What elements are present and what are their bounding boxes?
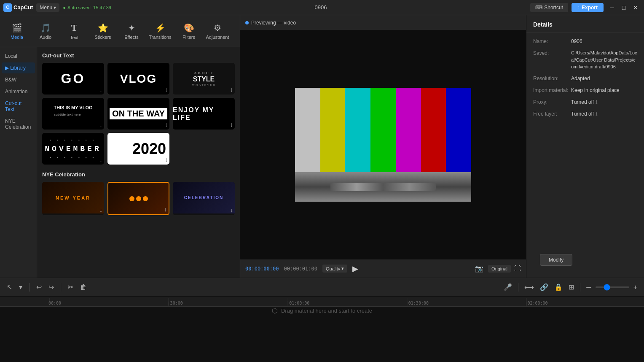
snapshot-button[interactable]: 📷	[474, 263, 485, 274]
download-icon-2020[interactable]: ↓	[165, 156, 168, 163]
info-icon-freelayer[interactable]: ℹ	[596, 111, 598, 117]
download-icon-go[interactable]: ↓	[99, 86, 102, 93]
tool-transitions[interactable]: ⚡ Transitions	[147, 18, 174, 45]
detail-resolution-row: Resolution: Adapted	[533, 75, 637, 82]
tool-adjustment[interactable]: ⚙ Adjustment	[204, 18, 231, 45]
detail-freelayer-value: Turned off	[571, 110, 594, 118]
card-go-preview: GO	[42, 63, 104, 95]
mic-button[interactable]: 🎤	[502, 281, 514, 293]
download-icon-style[interactable]: ↓	[230, 86, 233, 93]
zoom-in-btn[interactable]: +	[632, 282, 639, 293]
tool-media-label: Media	[11, 35, 23, 40]
card-enjoy-preview: ENJOY MY LIFE	[173, 98, 235, 130]
detail-freelayer-info: Turned off ℹ	[571, 110, 598, 118]
timeline: ↖ ▾ ↩ ↪ ✂ 🗑 🎤 ⟷ 🔗 🔒 ⊞ ─ + 00:00 |30:00 |…	[0, 278, 644, 362]
sidebar-item-animation[interactable]: Animation	[2, 86, 35, 97]
info-icon-proxy[interactable]: ℹ	[596, 99, 598, 105]
ruler-marks: 00:00 |30:00 |01:00:00 |01:30:00 |02:00:…	[0, 297, 644, 307]
preview-title: Previewing — video	[251, 20, 296, 26]
tool-media[interactable]: 🎬 Media	[3, 18, 30, 45]
track-area: ⬡ Drag material here and start to create	[0, 307, 644, 315]
chevron-down-icon: ▾	[54, 5, 56, 11]
close-button[interactable]: ✕	[631, 3, 641, 13]
download-icon-nye1[interactable]: ↓	[99, 207, 102, 213]
redo-button[interactable]: ↪	[47, 281, 56, 293]
lock-btn[interactable]: 🔒	[553, 281, 564, 293]
card-november[interactable]: 00:03 • • • • • • • NOVEMBER • • • • • •…	[42, 133, 104, 165]
detail-resolution-value: Adapted	[571, 75, 637, 82]
titlebar-left: C CapCut Menu ▾ ● Auto saved: 15:47:39	[3, 3, 111, 12]
connect-btn[interactable]: ⟷	[523, 281, 536, 293]
tool-text[interactable]: T Text	[61, 18, 88, 45]
export-button[interactable]: ↑ Export	[572, 3, 604, 12]
tl-sep3	[518, 283, 518, 292]
download-icon-enjoy[interactable]: ↓	[230, 121, 233, 128]
card-go[interactable]: 00:02 GO ↓	[42, 63, 104, 95]
filters-icon: 🎨	[184, 23, 194, 33]
download-icon-nye2[interactable]: ↓	[164, 206, 167, 213]
card-style[interactable]: 00:03 ABOUT STYLE WHATEVER ↓	[173, 63, 235, 95]
keyboard-icon: ⌨	[535, 5, 542, 11]
card-nye1[interactable]: 00:07 NEW YEAR ↓	[42, 182, 104, 215]
card-nye1-preview: NEW YEAR	[42, 182, 104, 213]
detail-proxy-label: Proxy:	[533, 98, 571, 106]
card-nye3[interactable]: 00:08 CELEBRATION ↓	[173, 182, 235, 215]
media-icon: 🎬	[12, 23, 22, 33]
dropdown-tool[interactable]: ▾	[17, 281, 24, 293]
time-total: 00:00:01:00	[284, 266, 317, 272]
card-enjoy-my-life[interactable]: 00:03 ENJOY MY LIFE ↓	[173, 98, 235, 130]
detail-name-label: Name:	[533, 38, 571, 45]
tool-audio[interactable]: 🎵 Audio	[32, 18, 59, 45]
undo-button[interactable]: ↩	[35, 281, 43, 293]
split-button[interactable]: ✂	[66, 281, 75, 293]
tool-effects[interactable]: ✦ Effects	[118, 18, 145, 45]
download-icon-november[interactable]: ↓	[99, 156, 102, 163]
magnet-btn[interactable]: 🔗	[538, 281, 550, 293]
modify-button[interactable]: Modify	[540, 254, 572, 266]
grid-btn[interactable]: ⊞	[567, 281, 576, 293]
sidebar-item-cutout-text[interactable]: Cut-out Text	[2, 98, 35, 115]
card-nye2[interactable]: 00:07 ↓	[107, 182, 169, 215]
play-button[interactable]: ▶	[352, 264, 358, 273]
logo-icon: C	[3, 3, 12, 12]
sidebar-item-library[interactable]: ▶ Library	[2, 62, 35, 73]
download-icon-onway[interactable]: ↓	[165, 121, 168, 128]
maximize-button[interactable]: □	[619, 3, 629, 13]
card-vlog[interactable]: 00:03 VLOG ↓	[107, 63, 169, 95]
main-area: 🎬 Media 🎵 Audio T Text ⭐ Stickers ✦ Effe…	[0, 15, 644, 278]
card-2020[interactable]: 00:03 2020 ↓	[107, 133, 169, 165]
horizontal-scrollbar[interactable]	[0, 359, 644, 362]
toolbar: 🎬 Media 🎵 Audio T Text ⭐ Stickers ✦ Effe…	[0, 15, 240, 47]
effects-icon: ✦	[128, 23, 135, 33]
card-nye2-preview	[108, 183, 169, 214]
delete-button[interactable]: 🗑	[78, 282, 89, 293]
download-icon-thisvlog[interactable]: ↓	[99, 121, 102, 128]
preview-controls: 00:00:00:00 00:00:01:00 Quality ▾ ▶ 📷 Or…	[240, 259, 526, 278]
left-panel: 🎬 Media 🎵 Audio T Text ⭐ Stickers ✦ Effe…	[0, 15, 240, 278]
tool-stickers[interactable]: ⭐ Stickers	[89, 18, 116, 45]
download-icon-vlog[interactable]: ↓	[165, 86, 168, 93]
shortcut-button[interactable]: ⌨ Shortcut	[530, 3, 568, 12]
tool-filters-label: Filters	[182, 35, 195, 40]
tool-adjustment-label: Adjustment	[206, 35, 229, 40]
window-controls: ─ □ ✕	[607, 3, 641, 13]
zoom-out-btn[interactable]: ─	[585, 282, 593, 293]
sidebar-item-bw[interactable]: B&W	[2, 74, 35, 85]
tool-filters[interactable]: 🎨 Filters	[175, 18, 202, 45]
original-button[interactable]: Original	[488, 265, 511, 273]
details-panel: Details Name: 0906 Saved: C:/Users/Malav…	[526, 15, 644, 278]
static-bar	[330, 183, 436, 191]
cursor-tool[interactable]: ↖	[5, 281, 14, 293]
preview-content	[240, 30, 526, 259]
card-on-the-way[interactable]: 00:03 ON THE WAY ↓	[107, 98, 169, 130]
fullscreen-button[interactable]: ⛶	[514, 265, 521, 273]
card-this-is-my-vlog[interactable]: 00:03 THIS IS MY VLOGsubtitle text here …	[42, 98, 104, 130]
sidebar-item-local[interactable]: Local	[2, 51, 35, 62]
zoom-slider[interactable]	[596, 286, 629, 288]
quality-button[interactable]: Quality ▾	[322, 265, 347, 273]
menu-button[interactable]: Menu ▾	[36, 3, 59, 12]
sidebar-item-nye[interactable]: NYE Celebration	[2, 116, 35, 132]
chevron-down-icon-quality: ▾	[341, 266, 344, 271]
minimize-button[interactable]: ─	[607, 3, 617, 13]
download-icon-nye3[interactable]: ↓	[230, 207, 233, 213]
